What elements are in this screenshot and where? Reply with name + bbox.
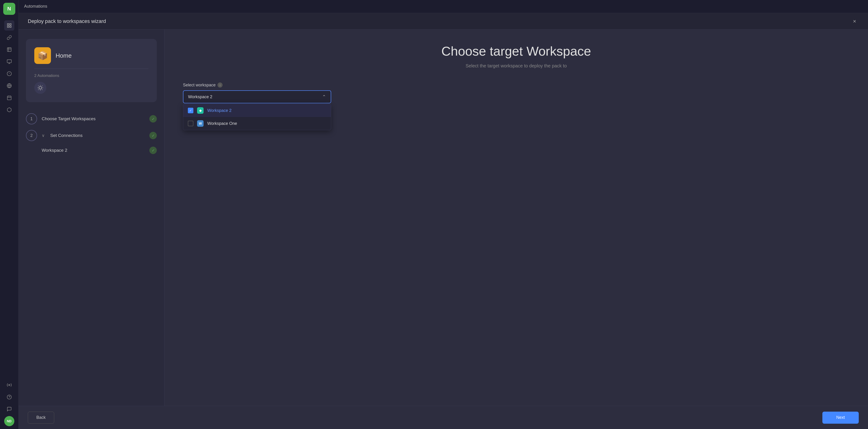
checkbox-ws2: ✓ <box>188 108 193 113</box>
sidebar-bottom: ND <box>4 380 14 426</box>
modal-close-button[interactable]: × <box>850 17 859 26</box>
svg-rect-15 <box>7 96 11 100</box>
ws1-icon: W <box>197 120 204 127</box>
svg-rect-0 <box>7 24 8 25</box>
step-1-circle: 1 <box>26 113 37 124</box>
modal-footer: Back Next <box>19 406 868 429</box>
dropdown-value: Workspace 2 <box>188 94 212 99</box>
modal-layer: Deploy pack to workspaces wizard × 📦 Hom… <box>19 13 868 429</box>
step-1-label: Choose Target Workspaces <box>42 116 145 121</box>
ws2-icon: ◆ <box>197 107 204 114</box>
pack-automations-label: 2 Automations <box>34 73 149 78</box>
step-2-row: 2 ∨ Set Connections ✓ <box>26 130 157 141</box>
checkbox-ws1 <box>188 121 193 126</box>
sidebar-icon-list[interactable] <box>4 20 14 31</box>
select-label-row: Select workspace i <box>183 83 849 88</box>
pack-icon: 📦 <box>34 47 51 64</box>
sub-step-row: Workspace 2 ✓ <box>26 147 157 154</box>
dropdown-item-ws1[interactable]: W Workspace One <box>183 117 331 130</box>
sidebar-logo[interactable]: N <box>3 3 15 15</box>
choose-title: Choose target Workspace <box>183 43 849 59</box>
back-button[interactable]: Back <box>28 411 54 424</box>
svg-point-22 <box>39 86 42 89</box>
sidebar-icon-globe[interactable] <box>4 81 14 91</box>
svg-rect-1 <box>9 24 11 25</box>
sidebar-icon-monitor[interactable] <box>4 57 14 67</box>
chevron-up-icon: ⌃ <box>322 94 326 100</box>
step-2-check: ✓ <box>149 132 157 139</box>
left-panel: 📦 Home 2 Automations 1 Choose Target Wor… <box>19 30 164 406</box>
pack-card: 📦 Home 2 Automations <box>26 39 157 102</box>
svg-rect-4 <box>7 48 11 52</box>
svg-rect-7 <box>7 60 11 63</box>
right-panel: Choose target Workspace Select the targe… <box>164 30 868 406</box>
step-2-expand-icon: ∨ <box>42 133 45 138</box>
dropdown-item-ws2[interactable]: ✓ ◆ Workspace 2 <box>183 104 331 117</box>
steps: 1 Choose Target Workspaces ✓ 2 ∨ Set Con… <box>26 113 157 154</box>
modal-header: Deploy pack to workspaces wizard × <box>19 13 868 30</box>
sidebar: N <box>0 0 19 429</box>
choose-subtitle: Select the target workspace to deploy th… <box>183 63 849 68</box>
modal-title: Deploy pack to workspaces wizard <box>28 18 106 24</box>
automation-avatar <box>34 82 46 94</box>
page-topbar: Automations <box>19 0 868 13</box>
sidebar-icon-circle[interactable] <box>4 68 14 79</box>
svg-rect-2 <box>7 26 8 27</box>
select-label: Select workspace <box>183 83 216 88</box>
sidebar-icon-settings[interactable] <box>4 380 14 390</box>
dropdown-menu: ✓ ◆ Workspace 2 W Workspace One <box>183 104 331 130</box>
page-title: Automations <box>24 4 47 9</box>
pack-name: Home <box>56 52 71 59</box>
next-button[interactable]: Next <box>823 411 859 424</box>
sidebar-icon-link[interactable] <box>4 32 14 42</box>
info-icon: i <box>217 83 222 88</box>
sidebar-icon-chat[interactable] <box>4 404 14 414</box>
dropdown-trigger[interactable]: Workspace 2 ⌃ <box>183 90 331 103</box>
sidebar-icon-help[interactable] <box>4 392 14 402</box>
step-2-circle: 2 <box>26 130 37 141</box>
svg-point-19 <box>8 384 10 386</box>
sidebar-icon-box[interactable] <box>4 105 14 115</box>
pack-icon-row: 📦 Home <box>34 47 149 64</box>
step-1-row: 1 Choose Target Workspaces ✓ <box>26 113 157 124</box>
step-2-label: Set Connections <box>50 133 145 138</box>
workspace-dropdown[interactable]: Workspace 2 ⌃ ✓ ◆ Workspace 2 <box>183 90 331 103</box>
sub-step-label: Workspace 2 <box>42 148 145 153</box>
ws2-label: Workspace 2 <box>207 108 231 113</box>
modal-body: 📦 Home 2 Automations 1 Choose Target Wor… <box>19 30 868 406</box>
svg-rect-3 <box>9 26 11 27</box>
step-1-check: ✓ <box>149 115 157 123</box>
sidebar-avatar[interactable]: ND <box>4 416 14 426</box>
pack-divider <box>34 68 149 69</box>
page-wrapper: N <box>0 0 868 429</box>
ws1-label: Workspace One <box>207 121 237 126</box>
sidebar-icon-grid[interactable] <box>4 44 14 55</box>
sub-step-check: ✓ <box>149 147 157 154</box>
sidebar-icon-calendar[interactable] <box>4 93 14 103</box>
